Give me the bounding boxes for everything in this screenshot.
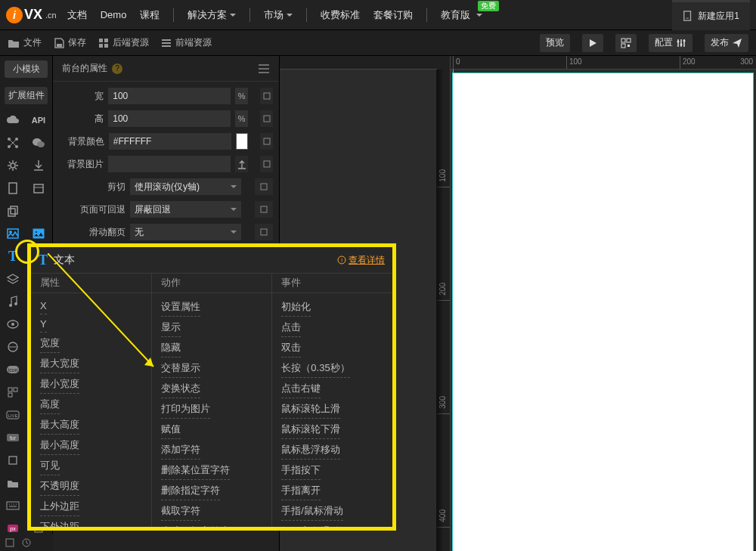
text-tool-icon[interactable]: T: [0, 245, 26, 268]
attr-item[interactable]: 可见: [40, 457, 60, 475]
help-icon[interactable]: ?: [112, 63, 122, 74]
nav-course[interactable]: 课程: [140, 8, 160, 22]
image2-icon[interactable]: [26, 222, 51, 245]
download-icon[interactable]: [26, 154, 51, 177]
event-item[interactable]: 点击: [281, 318, 301, 337]
attr-item[interactable]: 不透明度: [40, 477, 79, 496]
nav-market[interactable]: 市场: [264, 8, 293, 22]
height-unit[interactable]: %: [235, 110, 248, 127]
action-item[interactable]: 生成随机字符串: [161, 522, 230, 527]
upload-icon[interactable]: [235, 156, 248, 172]
music-icon[interactable]: [0, 290, 26, 313]
link-icon[interactable]: [255, 201, 273, 218]
action-item[interactable]: 删除指定字符: [161, 481, 220, 500]
api-label[interactable]: API: [26, 109, 51, 132]
icon-badge[interactable]: icon: [0, 358, 26, 381]
action-item[interactable]: 隐藏: [161, 339, 181, 358]
square-icon[interactable]: [0, 449, 26, 472]
nodes-icon[interactable]: [0, 132, 26, 154]
attr-item[interactable]: 最小宽度: [40, 375, 79, 394]
action-item[interactable]: 添加字符: [161, 441, 200, 460]
stage[interactable]: [453, 73, 753, 551]
attr-item[interactable]: 宽度: [40, 334, 60, 353]
action-item[interactable]: 赋值: [161, 420, 181, 439]
attr-item[interactable]: 最大高度: [40, 416, 79, 435]
folder2-icon[interactable]: [0, 472, 26, 494]
event-item[interactable]: 初始化: [281, 298, 311, 317]
layers-icon[interactable]: [0, 268, 26, 290]
swipe-select[interactable]: 无: [130, 224, 241, 240]
eye-icon[interactable]: [0, 313, 26, 336]
link-icon[interactable]: [260, 110, 273, 127]
attr-item[interactable]: 上外边距: [40, 497, 79, 516]
action-item[interactable]: 显示: [161, 318, 181, 337]
file-menu[interactable]: 文件: [8, 36, 42, 49]
attr-item[interactable]: 最大宽度: [40, 354, 79, 373]
action-item[interactable]: 删除某位置字符: [161, 461, 230, 480]
qr-button[interactable]: [615, 34, 637, 52]
action-item[interactable]: 交替显示: [161, 359, 200, 378]
event-item[interactable]: 鼠标滚轮上滑: [281, 400, 340, 419]
back-select[interactable]: 屏蔽回退: [130, 201, 241, 218]
event-item[interactable]: 手指按下: [281, 461, 321, 480]
calendar-icon[interactable]: [26, 177, 51, 200]
nav-edu[interactable]: 教育版 免费: [441, 8, 482, 22]
event-item[interactable]: 点击右键: [281, 379, 321, 398]
event-item[interactable]: 手指离开: [281, 481, 321, 500]
cloud-icon[interactable]: [0, 109, 26, 132]
live-icon[interactable]: LIVE: [0, 404, 26, 426]
event-item[interactable]: 鼠标滚轮下滑: [281, 420, 340, 439]
link-icon[interactable]: [255, 178, 273, 195]
action-item[interactable]: 设置属性: [161, 298, 200, 317]
extension-tab[interactable]: 扩展组件: [5, 87, 48, 104]
publish-button[interactable]: 发布: [705, 34, 748, 52]
nav-solutions[interactable]: 解决方案: [187, 8, 236, 22]
event-item[interactable]: 任何方向滑动: [281, 522, 340, 527]
small-module-tab[interactable]: 小模块: [5, 60, 48, 78]
event-item[interactable]: 长按（0.35秒）: [281, 359, 349, 378]
app-tab[interactable]: 新建应用1: [672, 0, 750, 30]
action-item[interactable]: 打印为图片: [161, 400, 210, 419]
qr2-icon[interactable]: [0, 381, 26, 404]
color-swatch[interactable]: [236, 133, 248, 150]
attr-item[interactable]: 下外边距: [40, 518, 79, 527]
expand-icon[interactable]: [5, 537, 15, 548]
attr-item[interactable]: 高度: [40, 395, 60, 414]
link-icon[interactable]: [260, 133, 273, 150]
menu-icon[interactable]: [258, 64, 270, 73]
event-item[interactable]: 双击: [281, 339, 301, 358]
for-icon[interactable]: for: [0, 426, 26, 449]
bgcolor-input[interactable]: [109, 133, 231, 150]
width-input[interactable]: [108, 88, 231, 104]
bgimg-input[interactable]: [108, 156, 231, 172]
wechat-icon[interactable]: [26, 132, 51, 154]
clip-select[interactable]: 使用滚动(仅y轴): [130, 178, 241, 195]
link-icon[interactable]: [260, 88, 273, 104]
event-item[interactable]: 鼠标悬浮移动: [281, 441, 340, 460]
attr-item[interactable]: 最小高度: [40, 436, 79, 455]
frontend-resources[interactable]: 前端资源: [161, 36, 212, 49]
detail-link[interactable]: ! 查看详情: [337, 254, 385, 267]
height-input[interactable]: [108, 110, 231, 127]
backend-resources[interactable]: 后端资源: [98, 36, 149, 49]
link-icon[interactable]: [260, 156, 273, 172]
nav-pricing[interactable]: 收费标准: [321, 8, 360, 22]
config-button[interactable]: 配置: [649, 34, 692, 52]
nav-packages[interactable]: 套餐订购: [373, 8, 413, 22]
ie-icon[interactable]: [0, 336, 26, 358]
logo[interactable]: i VX .cn: [6, 7, 57, 23]
keyboard-icon[interactable]: [0, 494, 26, 517]
link-icon[interactable]: [255, 224, 273, 240]
attr-item[interactable]: Y: [40, 316, 47, 333]
copy-icon[interactable]: [0, 200, 26, 222]
play-button[interactable]: [582, 34, 603, 52]
action-item[interactable]: 变换状态: [161, 379, 200, 398]
doc-icon[interactable]: [0, 177, 26, 200]
width-unit[interactable]: %: [235, 88, 248, 104]
nav-docs[interactable]: 文档: [67, 8, 87, 22]
save-button[interactable]: 保存: [54, 36, 86, 49]
action-item[interactable]: 截取字符: [161, 502, 200, 521]
attr-item[interactable]: X: [40, 298, 47, 314]
preview-button[interactable]: 预览: [540, 34, 570, 52]
image-icon[interactable]: [0, 222, 26, 245]
